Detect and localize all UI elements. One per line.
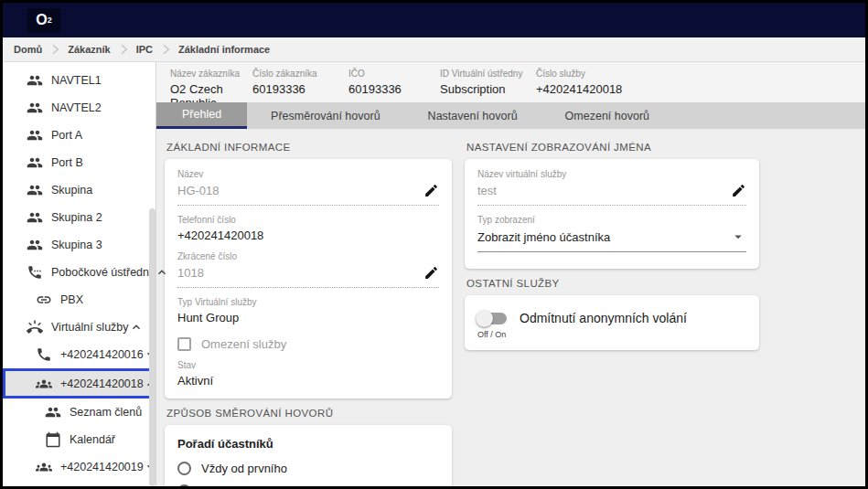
sidebar-item-420241420018-selected[interactable]: +420241420018 [3,368,155,399]
ring-volume-icon [27,319,43,335]
info-value: 60193336 [252,82,348,96]
toggle-state-label: Off / On [477,330,746,339]
info-field-cislo-zakaznika: Číslo zákazníka 60193336 [252,69,348,102]
sidebar-item-port-b[interactable]: Port B [3,149,155,176]
sidebar-item-label: Port B [51,156,83,169]
sidebar-item-skupina-3[interactable]: Skupina 3 [3,231,155,259]
omezeni-sluzby-checkbox-row[interactable]: Omezení služby [177,337,439,351]
field-label: Typ zobrazení [477,215,746,225]
sidebar-item-label: Virtuální služby [51,321,129,334]
group-icon [27,154,43,171]
toggle-off[interactable] [477,313,507,324]
typ-zobrazeni-select[interactable]: Zobrazit jméno účastníka [477,229,746,252]
tab-nastaveni-hovoru[interactable]: Nastavení hovorů [404,102,541,129]
field-label: Název virtuální služby [477,169,746,179]
sidebar-item-pbx[interactable]: PBX [3,286,155,314]
info-field-id-virtualni-ustredny: ID Virtuální ústředny Subscription [440,69,536,102]
sidebar-item-port-a[interactable]: Port A [3,122,155,149]
field-value: 1018 [177,266,204,280]
breadcrumb-item-zakladni-informace[interactable]: Základní informace [178,44,270,55]
tab-presmerovani-hovoru[interactable]: Přesměrování hovorů [247,102,404,129]
section-title-zakladni-informace: ZÁKLADNÍ INFORMACE [166,142,450,153]
breadcrumb-item-ipc[interactable]: IPC [136,44,153,55]
chevron-up-icon [155,265,169,280]
toggle-knob[interactable] [476,310,493,327]
group-icon [27,209,43,226]
radio-soubezne[interactable]: Souběžné [177,484,439,486]
app-header: O2 [3,3,865,37]
checkbox-unchecked[interactable] [177,337,191,351]
call-icon [36,346,52,363]
info-value: Subscription [440,82,536,96]
field-label: Zkrácené číslo [177,251,439,261]
sidebar-item-seznam-clenu[interactable]: Seznam členů [3,399,155,426]
field-label: Typ Virtuální služby [177,297,439,307]
field-typ-zobrazeni: Typ zobrazení Zobrazit jméno účastníka [477,215,746,252]
field-nazev: Název HG-018 [177,169,439,206]
field-label: Telefonní číslo [177,215,439,225]
name-display-card: Název virtuální služby test Typ zobrazen… [465,159,759,269]
sidebar-item-420241420016[interactable]: +420241420016 [3,341,155,368]
anonymous-call-rejection-row: Odmítnutí anonymních volání [477,311,746,325]
sidebar-item-label: Pobočkové ústředny [51,266,155,279]
radio-unselected[interactable] [177,462,191,475]
o2-logo: O2 [27,8,60,33]
sidebar-item-skupina-2[interactable]: Skupina 2 [3,204,155,231]
chevron-right-icon [158,42,173,57]
field-nazev-virtualni-sluzby: Název virtuální služby test [477,169,746,206]
sidebar-item-label: Port A [51,129,82,142]
field-label: Název [177,169,439,179]
sidebar-item-label: Seznam členů [70,406,142,419]
section-title-ostatni-sluzby: OSTATNÍ SLUŽBY [466,278,757,289]
sidebar-item-label: +420241420018 [60,377,144,390]
sidebar-item-navtel2[interactable]: NAVTEL2 [3,94,155,122]
basic-info-card: Název HG-018 Telefonní číslo +4202414200… [165,159,452,399]
dropdown-arrow-icon [730,229,746,245]
tab-prehled[interactable]: Přehled [156,102,247,129]
info-label: ID Virtuální ústředny [440,69,536,79]
breadcrumb-item-zakaznik[interactable]: Zákazník [68,44,110,55]
sidebar-item-skupina[interactable]: Skupina [3,176,155,204]
chevron-up-icon [129,320,144,335]
sidebar-item-label: Kalendář [70,433,115,446]
logo-text: O [36,12,47,28]
sidebar-item-label: PBX [60,293,83,306]
info-label: Číslo zákazníka [252,69,348,79]
group-icon [27,72,43,89]
info-value: 60193336 [348,82,440,96]
breadcrumb-item-domu[interactable]: Domů [14,44,42,55]
section-title-nastaveni-zobrazovani-jmena: NASTAVENÍ ZOBRAZOVÁNÍ JMÉNA [466,142,757,153]
toggle-label: Odmítnutí anonymních volání [520,311,687,325]
sidebar-item-label: +420241420019 [60,461,144,473]
calendar-icon [45,431,61,448]
customer-info-bar: Název zákazníka O2 Czech Republic … Čísl… [156,62,865,102]
radio-unselected[interactable] [177,484,191,486]
select-value: Zobrazit jméno účastníka [477,230,610,244]
sidebar-item-kalendar[interactable]: Kalendář [3,426,155,453]
sidebar-item-pobockove-ustredny[interactable]: Pobočkové ústředny [3,259,155,286]
routing-card: Pořadí účastníků Vždy od prvního Souběžn… [165,425,452,486]
field-label: Stav [177,360,439,370]
tab-omezeni-hovoru[interactable]: Omezení hovorů [541,102,673,129]
sidebar-item-navtel1[interactable]: NAVTEL1 [3,67,155,94]
field-zkracene-cislo: Zkrácené číslo 1018 [177,251,439,288]
chevron-right-icon [48,42,62,57]
edit-icon[interactable] [423,183,439,198]
field-value: +420241420018 [177,229,439,242]
info-label: Název zákazníka [170,69,252,79]
radio-label: Souběžné [201,484,255,486]
sidebar-item-420241420019[interactable]: +420241420019 [3,453,155,481]
checkbox-label: Omezení služby [201,337,286,351]
info-label: Číslo služby [536,69,622,79]
info-value: +420241420018 [536,82,622,96]
field-telefonni-cislo: Telefonní číslo +420241420018 [177,215,439,242]
sidebar-item-virtualni-sluzby[interactable]: Virtuální služby [3,314,155,341]
radio-label: Vždy od prvního [201,462,287,475]
sidebar-scrollbar[interactable] [149,208,155,486]
edit-icon[interactable] [731,183,746,198]
edit-icon[interactable] [423,265,439,281]
radio-vzdy-od-prvniho[interactable]: Vždy od prvního [177,462,439,475]
info-field-nazev-zakaznika: Název zákazníka O2 Czech Republic … [170,69,252,102]
field-value: test [477,184,497,197]
group-icon [27,237,43,253]
